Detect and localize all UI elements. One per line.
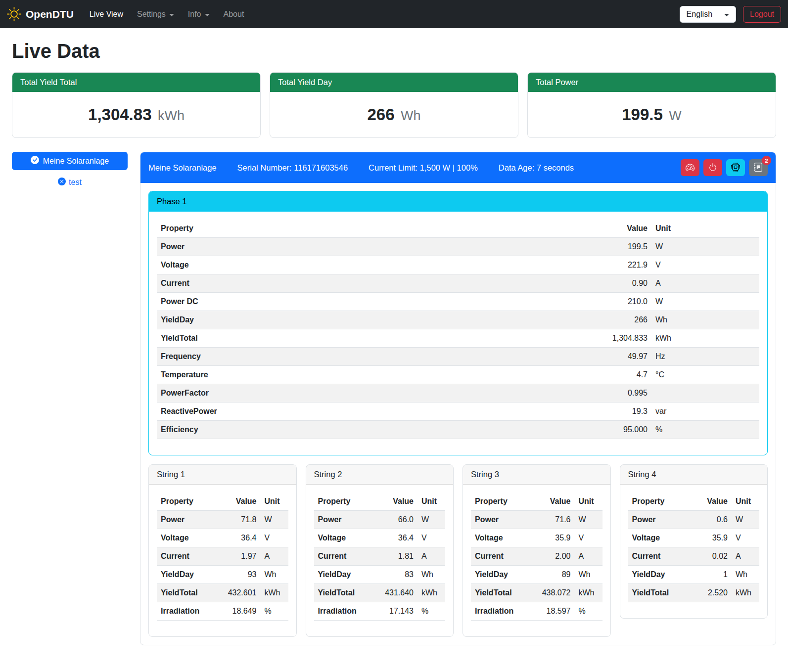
unit-cell: W <box>575 511 603 529</box>
value-cell: 18.649 <box>218 602 261 621</box>
unit-cell: % <box>575 602 603 621</box>
string-card-title: String 3 <box>463 465 610 485</box>
property-cell: Power <box>314 511 375 529</box>
value-cell: 35.9 <box>689 529 732 547</box>
value-cell: 1 <box>689 566 732 584</box>
table-row: ReactivePower19.3var <box>157 403 759 421</box>
card-unit: kWh <box>158 108 185 123</box>
table-row: Current2.00A <box>471 547 603 566</box>
language-selected-value: English <box>687 10 712 19</box>
phase-card-body: PropertyValueUnit Power199.5WVoltage221.… <box>149 212 767 455</box>
string-card-body: PropertyValueUnit Power71.8WVoltage36.4V… <box>149 485 296 636</box>
value-cell: 89 <box>532 566 575 584</box>
column-header: Property <box>157 220 596 238</box>
check-circle-icon <box>31 156 39 166</box>
gauge-icon <box>686 163 695 173</box>
nav-settings[interactable]: Settings <box>130 6 181 23</box>
unit-cell <box>651 384 759 403</box>
column-header: Property <box>314 493 375 511</box>
value-cell: 2.520 <box>689 584 732 602</box>
x-circle-icon <box>58 178 66 187</box>
logout-button[interactable]: Logout <box>743 6 781 23</box>
summary-cards-row: Total Yield Total 1,304.83 kWh Total Yie… <box>12 72 776 138</box>
table-row: Current1.81A <box>314 547 446 566</box>
nav-live-view[interactable]: Live View <box>83 6 130 23</box>
value-cell: 95.000 <box>596 421 651 439</box>
property-cell: Power DC <box>157 293 596 311</box>
table-row: Current1.97A <box>157 547 288 566</box>
table-row: YieldTotal432.601kWh <box>157 584 288 602</box>
unit-cell: V <box>261 529 288 547</box>
string-card-title: String 2 <box>306 465 454 485</box>
unit-cell: V <box>417 529 445 547</box>
property-cell: YieldTotal <box>471 584 532 602</box>
unit-cell: W <box>417 511 445 529</box>
chevron-down-icon <box>169 14 174 16</box>
property-cell: PowerFactor <box>157 384 596 403</box>
table-row: PowerFactor0.995 <box>157 384 759 403</box>
unit-cell: V <box>575 529 603 547</box>
value-cell: 18.597 <box>532 602 575 621</box>
nav-settings-label: Settings <box>137 10 166 19</box>
inverter-button-active[interactable]: Meine Solaranlage <box>12 152 128 170</box>
string-card-1: String 1 PropertyValueUnit Power71.8WVol… <box>148 464 297 637</box>
column-header: Unit <box>417 493 445 511</box>
table-row: Temperature4.7°C <box>157 366 759 384</box>
table-row: Irradiation18.649% <box>157 602 288 621</box>
property-cell: Temperature <box>157 366 596 384</box>
property-cell: Efficiency <box>157 421 596 439</box>
language-select[interactable]: English <box>680 6 736 23</box>
nav-about-label: About <box>224 10 244 19</box>
device-info-button[interactable] <box>726 159 745 176</box>
property-cell: Irradiation <box>157 602 218 621</box>
card-body: 266 Wh <box>270 92 518 137</box>
phase-table: PropertyValueUnit Power199.5WVoltage221.… <box>157 220 759 439</box>
unit-cell: °C <box>651 366 759 384</box>
events-count-badge: 2 <box>762 156 771 165</box>
power-button[interactable] <box>703 159 722 176</box>
string-card-3: String 3 PropertyValueUnit Power71.6WVol… <box>463 464 611 637</box>
column-header: Property <box>628 493 690 511</box>
events-button[interactable]: 2 <box>749 159 768 176</box>
value-cell: 17.143 <box>375 602 417 621</box>
column-header: Unit <box>575 493 603 511</box>
inverter-serial: Serial Number: 116171603546 <box>237 163 348 173</box>
unit-cell: W <box>261 511 288 529</box>
property-cell: Voltage <box>471 529 532 547</box>
property-cell: Current <box>471 547 532 566</box>
value-cell: 35.9 <box>532 529 575 547</box>
table-header-row: PropertyValueUnit <box>314 493 446 511</box>
inverter-name: Meine Solaranlage <box>148 163 217 173</box>
column-header: Value <box>375 493 417 511</box>
limit-settings-button[interactable] <box>681 159 699 176</box>
inverter-actions: 2 <box>681 159 768 176</box>
inverter-panel: Meine Solaranlage Serial Number: 1161716… <box>140 152 776 645</box>
value-cell: 0.02 <box>689 547 732 566</box>
value-cell: 93 <box>218 566 261 584</box>
table-row: Voltage36.4V <box>314 529 446 547</box>
property-cell: YieldTotal <box>314 584 375 602</box>
property-cell: Irradiation <box>471 602 532 621</box>
inverter-button-test[interactable]: test <box>58 178 82 187</box>
property-cell: YieldTotal <box>628 584 690 602</box>
unit-cell: kWh <box>732 584 759 602</box>
sun-icon <box>7 7 21 21</box>
property-cell: Current <box>314 547 375 566</box>
property-cell: YieldDay <box>314 566 375 584</box>
value-cell: 36.4 <box>218 529 261 547</box>
inverter-selector: Meine Solaranlage test <box>12 152 128 187</box>
card-title: Total Yield Day <box>270 73 518 92</box>
property-cell: YieldTotal <box>157 584 218 602</box>
brand[interactable]: OpenDTU <box>7 7 74 21</box>
table-row: Power71.6W <box>471 511 603 529</box>
property-cell: ReactivePower <box>157 403 596 421</box>
property-cell: Frequency <box>157 348 596 366</box>
string-table-body: Power66.0WVoltage36.4VCurrent1.81AYieldD… <box>314 511 446 621</box>
table-row: Current0.90A <box>157 274 759 293</box>
column-header: Value <box>689 493 732 511</box>
value-cell: 19.3 <box>596 403 651 421</box>
nav-info[interactable]: Info <box>181 6 217 23</box>
card-value: 199.5 <box>622 105 663 124</box>
value-cell: 83 <box>375 566 417 584</box>
nav-about[interactable]: About <box>217 6 251 23</box>
